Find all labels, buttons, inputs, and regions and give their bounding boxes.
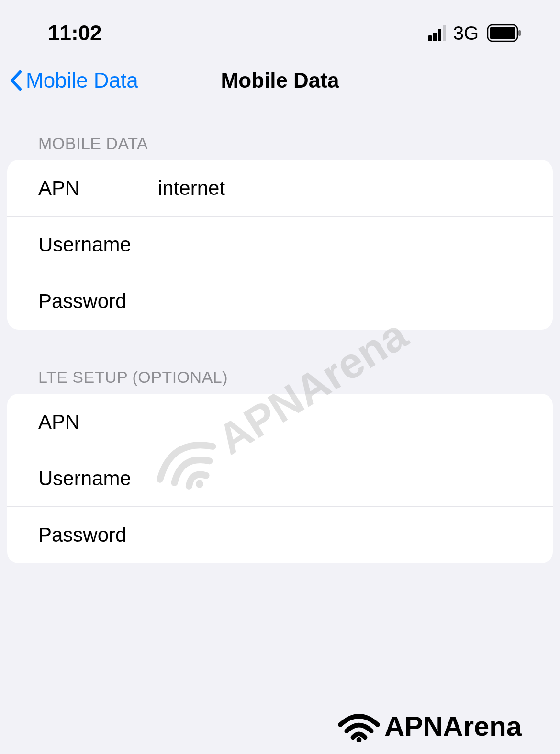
battery-icon bbox=[487, 24, 522, 42]
input-mobile-data-apn[interactable] bbox=[158, 177, 522, 200]
wifi-icon bbox=[337, 710, 381, 742]
status-indicators: 3G bbox=[428, 23, 522, 44]
status-bar: 11:02 3G bbox=[0, 0, 560, 48]
row-lte-apn[interactable]: APN bbox=[7, 394, 553, 450]
nav-bar: Mobile Data Mobile Data bbox=[0, 48, 560, 96]
input-mobile-data-password[interactable] bbox=[158, 290, 522, 313]
section-header-mobile-data: MOBILE DATA bbox=[7, 134, 553, 160]
label-apn: APN bbox=[38, 411, 158, 434]
page-title: Mobile Data bbox=[221, 69, 339, 92]
watermark-text: APNArena bbox=[384, 710, 522, 742]
status-time: 11:02 bbox=[48, 21, 102, 45]
input-lte-username[interactable] bbox=[158, 467, 522, 490]
label-username: Username bbox=[38, 467, 158, 490]
settings-group-lte-setup: APN Username Password bbox=[7, 394, 553, 563]
input-lte-password[interactable] bbox=[158, 524, 522, 547]
row-mobile-data-password[interactable]: Password bbox=[7, 273, 553, 330]
signal-icon bbox=[428, 25, 446, 41]
input-mobile-data-username[interactable] bbox=[158, 233, 522, 256]
svg-rect-2 bbox=[518, 30, 521, 36]
label-username: Username bbox=[38, 233, 158, 256]
content: MOBILE DATA APN Username Password LTE SE… bbox=[0, 96, 560, 563]
label-password: Password bbox=[38, 290, 158, 313]
back-label: Mobile Data bbox=[26, 69, 138, 92]
row-mobile-data-apn[interactable]: APN bbox=[7, 160, 553, 217]
row-lte-password[interactable]: Password bbox=[7, 507, 553, 563]
settings-group-mobile-data: APN Username Password bbox=[7, 160, 553, 330]
svg-rect-1 bbox=[490, 27, 515, 39]
back-button[interactable]: Mobile Data bbox=[10, 69, 138, 92]
row-mobile-data-username[interactable]: Username bbox=[7, 217, 553, 273]
label-password: Password bbox=[38, 524, 158, 547]
section-header-lte-setup: LTE SETUP (OPTIONAL) bbox=[7, 368, 553, 394]
label-apn: APN bbox=[38, 177, 158, 200]
svg-point-4 bbox=[357, 737, 362, 742]
watermark-bottom: APNArena bbox=[337, 710, 522, 742]
input-lte-apn[interactable] bbox=[158, 411, 522, 434]
chevron-left-icon bbox=[10, 70, 22, 91]
row-lte-username[interactable]: Username bbox=[7, 450, 553, 507]
network-type: 3G bbox=[453, 23, 479, 44]
